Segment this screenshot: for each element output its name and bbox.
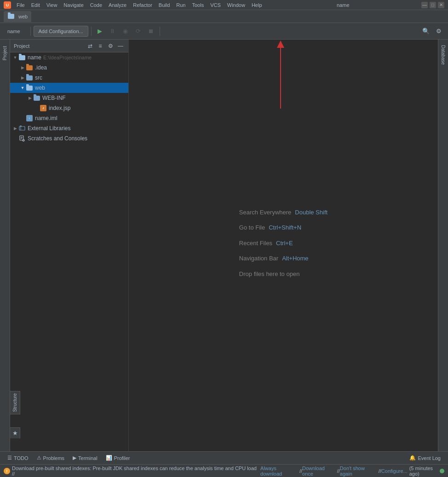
menu-bar: File Edit View Navigate Code Analyze Ref…	[14, 1, 265, 9]
menu-analyze[interactable]: Analyze	[106, 1, 129, 9]
terminal-icon: ▶	[73, 455, 76, 461]
status-link-dont-show[interactable]: Don't show again	[340, 466, 379, 477]
menu-vcs[interactable]: VCS	[207, 1, 224, 9]
window-title: name	[337, 2, 350, 8]
close-button[interactable]: ✕	[438, 2, 444, 8]
menu-code[interactable]: Code	[87, 1, 105, 9]
arrow-root: ▼	[12, 54, 18, 61]
arrow-web-inf: ▶	[27, 95, 33, 101]
app-logo: U	[4, 1, 11, 9]
menu-file[interactable]: File	[14, 1, 28, 9]
title-bar: U File Edit View Navigate Code Analyze R…	[0, 0, 448, 10]
status-link-once[interactable]: Download once	[302, 466, 337, 477]
hint-drop-files: Drop files here to open	[239, 269, 327, 279]
tree-label-ext-libs: External Libraries	[28, 125, 70, 132]
minimize-button[interactable]: —	[421, 2, 428, 8]
menu-tools[interactable]: Tools	[189, 1, 207, 9]
web-folder-icon	[26, 84, 33, 92]
hint-text-recent: Recent Files	[239, 238, 272, 248]
project-panel-tab[interactable]: Project	[2, 42, 7, 64]
tree-item-src[interactable]: ▶ src	[10, 73, 128, 83]
tree-label-web: web	[35, 85, 45, 91]
svg-rect-2	[20, 126, 22, 126]
sidebar-collapse-button[interactable]: ≡	[96, 42, 104, 50]
favorites-tab[interactable]: ★	[10, 427, 20, 438]
sidebar-title: Project	[14, 43, 84, 49]
separator-2	[91, 27, 92, 36]
profile-button[interactable]: ⟳	[133, 26, 144, 37]
root-folder-icon	[18, 54, 26, 61]
scratches-icon	[18, 135, 26, 142]
tab-problems[interactable]: ⚠ Problems	[33, 454, 68, 462]
tab-terminal-label: Terminal	[78, 455, 98, 461]
editor-hints: Search Everywhere Double Shift Go to Fil…	[239, 207, 327, 284]
menu-edit[interactable]: Edit	[29, 1, 43, 9]
tree-item-scratches[interactable]: ▶ Scratches and Consoles	[10, 133, 128, 144]
main-toolbar: name Add Configuration... ▶ ⏸ ◉ ⟳ ⏹ 🔍 ⚙	[0, 23, 448, 40]
settings-button[interactable]: ⚙	[433, 26, 444, 37]
menu-navigate[interactable]: Navigate	[61, 1, 86, 9]
menu-build[interactable]: Build	[156, 1, 172, 9]
web-inf-folder-icon	[33, 94, 40, 102]
tab-profiler[interactable]: 📊 Profiler	[102, 454, 134, 462]
todo-icon: ☰	[7, 455, 12, 461]
hint-text-goto: Go to File	[239, 222, 265, 233]
status-link-always[interactable]: Always download	[260, 466, 299, 477]
coverage-button[interactable]: ◉	[120, 26, 131, 37]
menu-run[interactable]: Run	[173, 1, 188, 9]
add-configuration-button[interactable]: Add Configuration...	[34, 26, 88, 37]
project-tab[interactable]: web	[4, 11, 31, 22]
red-arrow-indicator	[276, 40, 285, 113]
svg-rect-0	[19, 126, 25, 130]
tab-todo[interactable]: ☰ TODO	[4, 454, 32, 462]
structure-tab-label: Structure	[12, 393, 17, 412]
problems-icon: ⚠	[37, 455, 41, 461]
menu-help[interactable]: Help	[249, 1, 265, 9]
debug-button[interactable]: ⏸	[107, 26, 118, 37]
status-time: (5 minutes ago)	[409, 466, 444, 477]
tree-item-web[interactable]: ▼ web	[10, 83, 128, 93]
stop-button[interactable]: ⏹	[146, 26, 157, 37]
tab-terminal[interactable]: ▶ Terminal	[69, 454, 101, 462]
database-tab[interactable]: Database	[441, 41, 446, 69]
hint-shortcut-recent: Ctrl+E	[276, 238, 293, 248]
status-text-main: Download pre-built shared indexes: Pre-b…	[12, 466, 260, 477]
sidebar-close-button[interactable]: —	[116, 42, 125, 50]
arrow-idea: ▶	[19, 64, 26, 71]
search-everywhere-icon[interactable]: 🔍	[420, 26, 431, 37]
sidebar-sync-button[interactable]: ⇄	[86, 42, 94, 50]
menu-view[interactable]: View	[44, 1, 60, 9]
tree-item-web-inf[interactable]: ▶ WEB-INF	[10, 93, 128, 103]
arrow-src: ▶	[19, 75, 26, 81]
folder-icon	[7, 13, 15, 20]
project-sidebar: Project ⇄ ≡ ⚙ — ▼ name E:\IdeaProjects\n…	[10, 40, 129, 451]
tree-item-idea[interactable]: ▶ .idea	[10, 63, 128, 73]
status-green-dot	[440, 469, 444, 473]
tree-path-root: E:\IdeaProjects\name	[43, 55, 92, 60]
structure-tab[interactable]: Structure	[10, 391, 20, 414]
right-panel-tabs: Database	[438, 40, 448, 451]
jsp-file-icon: J	[40, 104, 47, 112]
tree-label-web-inf: WEB-INF	[42, 95, 66, 101]
tab-bar: web	[0, 10, 448, 23]
window-controls: — □ ✕	[421, 2, 444, 8]
menu-refactor[interactable]: Refactor	[130, 1, 155, 9]
tree-label-scratches: Scratches and Consoles	[28, 135, 87, 142]
hint-goto-file: Go to File Ctrl+Shift+N	[239, 222, 327, 233]
external-libs-icon	[18, 125, 26, 132]
editor-main[interactable]: Search Everywhere Double Shift Go to Fil…	[129, 40, 438, 451]
tree-item-name-iml[interactable]: ▶ i name.iml	[10, 113, 128, 123]
menu-window[interactable]: Window	[224, 1, 248, 9]
status-link-configure[interactable]: Configure...	[381, 468, 408, 474]
hint-nav-bar: Navigation Bar Alt+Home	[239, 253, 327, 264]
event-log-button[interactable]: 🔔 Event Log	[406, 454, 444, 462]
idea-folder-icon	[26, 64, 33, 71]
tree-label-root: name	[28, 54, 41, 61]
hint-text-drop: Drop files here to open	[239, 269, 300, 279]
tree-item-external-libs[interactable]: ▶ External Libraries	[10, 123, 128, 133]
maximize-button[interactable]: □	[430, 2, 436, 8]
build-button[interactable]: ▶	[94, 26, 105, 37]
tree-item-root[interactable]: ▼ name E:\IdeaProjects\name	[10, 52, 128, 63]
sidebar-gear-icon[interactable]: ⚙	[106, 42, 115, 50]
tree-item-index-jsp[interactable]: ▶ J index.jsp	[10, 103, 128, 113]
